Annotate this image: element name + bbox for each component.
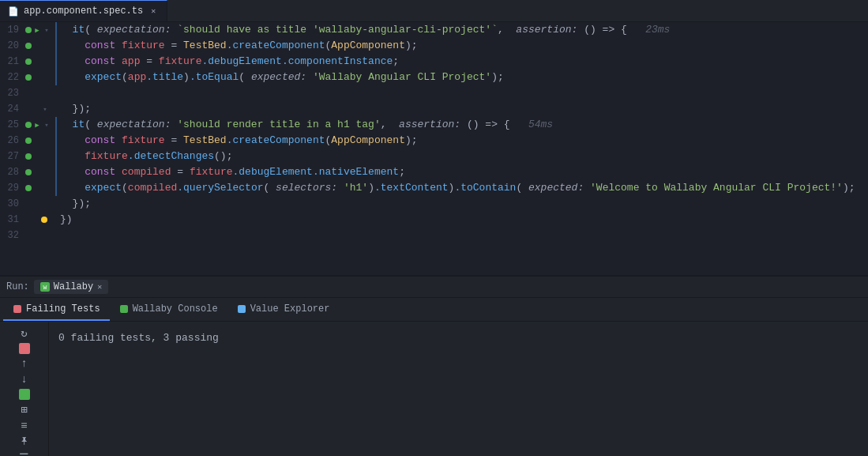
test-pass-indicator bbox=[25, 74, 32, 81]
code-line bbox=[55, 85, 868, 101]
play-button[interactable]: ▶ bbox=[33, 121, 41, 129]
empty-indicator bbox=[33, 58, 39, 65]
empty-indicator bbox=[33, 138, 39, 144]
sort-icon: ≡ bbox=[21, 420, 27, 432]
yellow-indicator bbox=[41, 217, 47, 223]
code-text: fixture.detectChanges(); bbox=[60, 149, 232, 164]
code-text: it( expectation: 'should render title in… bbox=[60, 117, 553, 133]
test-pass-indicator bbox=[25, 27, 32, 33]
gutter-row: 30▾ bbox=[0, 196, 51, 212]
panel-tabs: Failing TestsWallaby ConsoleValue Explor… bbox=[0, 298, 868, 322]
line-indicators: ▾ bbox=[25, 58, 51, 66]
pin-icon: 🖈 bbox=[19, 435, 30, 448]
scope-indicator bbox=[55, 38, 57, 54]
test-pass-indicator bbox=[25, 58, 32, 65]
empty-indicator bbox=[25, 90, 32, 96]
code-text: }); bbox=[60, 101, 91, 117]
panel-tab-icon bbox=[13, 304, 22, 314]
line-indicators: ▶▾ bbox=[25, 121, 51, 129]
panel-tab-icon bbox=[119, 304, 129, 314]
gutter-row: 22▾ bbox=[0, 70, 51, 85]
test-pass-indicator bbox=[25, 153, 32, 160]
line-indicators: ▾ bbox=[25, 168, 51, 176]
empty-indicator bbox=[25, 201, 32, 207]
line-number: 25 bbox=[0, 119, 25, 130]
line-number: 21 bbox=[0, 56, 25, 67]
scope-indicator bbox=[55, 164, 57, 180]
code-text: }); bbox=[60, 196, 91, 212]
line-indicators: ▾ bbox=[25, 153, 51, 160]
play-button[interactable]: ▶ bbox=[33, 26, 41, 34]
code-line: it( expectation: `should have as title '… bbox=[55, 22, 868, 38]
sidebar-refresh-button[interactable]: ↻ bbox=[13, 326, 36, 340]
scope-indicator bbox=[55, 149, 57, 164]
sidebar-sort-button[interactable]: ≡ bbox=[13, 420, 36, 432]
empty-indicator bbox=[33, 106, 39, 112]
fold-button[interactable]: ▾ bbox=[43, 26, 51, 34]
bottom-panel: Run: W Wallaby ✕ Failing TestsWallaby Co… bbox=[0, 276, 868, 456]
code-line: const compiled = fixture.debugElement.na… bbox=[55, 164, 868, 180]
empty-indicator bbox=[33, 217, 39, 223]
test-pass-indicator bbox=[25, 43, 32, 49]
gutter-row: 20▾ bbox=[0, 38, 51, 54]
line-number: 22 bbox=[0, 72, 25, 83]
gutter-row: 29▾ bbox=[0, 180, 51, 196]
empty-indicator bbox=[25, 232, 32, 239]
panel-main-content: 0 failing tests, 3 passing bbox=[49, 322, 868, 456]
code-line: expect(app.title).toEqual( expected: 'Wa… bbox=[55, 70, 868, 85]
line-number: 29 bbox=[0, 183, 25, 194]
sidebar-grid-button[interactable]: ⊞ bbox=[13, 403, 36, 416]
run-label: Run: bbox=[6, 281, 29, 292]
line-number: 19 bbox=[0, 24, 25, 36]
sidebar-list-button[interactable]: ☰ bbox=[13, 451, 36, 456]
list-icon: ☰ bbox=[19, 451, 29, 456]
tab-close-icon[interactable]: ✕ bbox=[148, 6, 159, 17]
empty-indicator bbox=[33, 201, 39, 207]
line-indicators: ▾ bbox=[25, 137, 51, 145]
code-line: }); bbox=[55, 196, 868, 212]
empty-indicator bbox=[25, 106, 32, 112]
gutter-row: 26▾ bbox=[0, 133, 51, 149]
run-tab-wallaby[interactable]: W Wallaby ✕ bbox=[34, 280, 108, 294]
code-text: expect(compiled.querySelector( selectors… bbox=[60, 180, 855, 196]
empty-indicator bbox=[33, 169, 39, 175]
panel-tab-value-explorer[interactable]: Value Explorer bbox=[227, 298, 340, 321]
result-line: 0 failing tests, 3 passing bbox=[58, 328, 859, 347]
code-text: it( expectation: `should have as title '… bbox=[60, 22, 670, 38]
panel-sidebar: ↻↑↓⊞≡🖈☰🖨🗑 bbox=[0, 322, 49, 456]
sidebar-down-button[interactable]: ↓ bbox=[13, 373, 36, 386]
refresh-icon: ↻ bbox=[21, 326, 27, 340]
gutter-row: 31 bbox=[0, 212, 51, 228]
tab-bar: 📄 app.component.spec.ts ✕ bbox=[0, 0, 868, 22]
fold-button[interactable]: ▾ bbox=[41, 105, 49, 113]
sidebar-start-green-button[interactable] bbox=[13, 389, 36, 400]
gutter-row: 28▾ bbox=[0, 164, 51, 180]
stop-red-icon bbox=[19, 343, 30, 354]
fold-button[interactable]: ▾ bbox=[43, 121, 51, 129]
line-number: 20 bbox=[0, 40, 25, 51]
code-text: const fixture = TestBed.createComponent(… bbox=[60, 38, 418, 54]
scope-indicator bbox=[55, 22, 57, 38]
line-indicators: ▾ bbox=[25, 73, 51, 81]
test-pass-indicator bbox=[25, 169, 32, 175]
run-tab-close-icon[interactable]: ✕ bbox=[97, 282, 102, 292]
empty-indicator bbox=[33, 153, 39, 160]
sidebar-up-button[interactable]: ↑ bbox=[13, 357, 36, 370]
editor-tab[interactable]: 📄 app.component.spec.ts ✕ bbox=[0, 0, 167, 21]
panel-tab-label: Failing Tests bbox=[26, 303, 100, 315]
test-pass-indicator bbox=[25, 122, 32, 128]
test-pass-indicator bbox=[25, 185, 32, 191]
gutter-row: 23▾ bbox=[0, 85, 51, 101]
code-text: const app = fixture.debugElement.compone… bbox=[60, 54, 399, 70]
line-indicators: ▾ bbox=[25, 184, 51, 192]
code-line: }); bbox=[55, 101, 868, 117]
sidebar-pin-button[interactable]: 🖈 bbox=[13, 435, 36, 448]
code-line: expect(compiled.querySelector( selectors… bbox=[55, 180, 868, 196]
sidebar-stop-red-button[interactable] bbox=[13, 343, 36, 354]
panel-tab-wallaby-console[interactable]: Wallaby Console bbox=[110, 298, 227, 321]
code-text: const fixture = TestBed.createComponent(… bbox=[60, 133, 418, 149]
scope-indicator bbox=[55, 133, 57, 149]
panel-tab-failing-tests[interactable]: Failing Tests bbox=[3, 298, 110, 321]
code-text: const compiled = fixture.debugElement.na… bbox=[60, 164, 405, 180]
line-number: 32 bbox=[0, 230, 25, 241]
